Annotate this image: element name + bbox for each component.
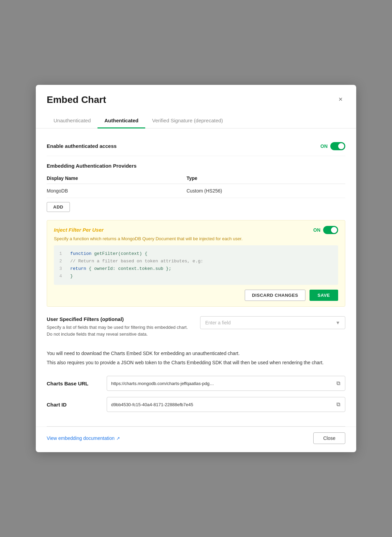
field-input-placeholder: Enter a field bbox=[205, 320, 231, 325]
tab-bar: Unauthenticated Authenticated Verified S… bbox=[36, 113, 356, 128]
charts-base-url-value-wrap: https://charts.mongodb.com/charts-jeffqa… bbox=[107, 376, 345, 391]
chart-id-label: Chart ID bbox=[47, 402, 101, 408]
close-button[interactable]: Close bbox=[313, 432, 345, 444]
code-editor[interactable]: 1 function getFilter(context) { 2 // Ret… bbox=[54, 245, 338, 285]
provider-type: Custom (HS256) bbox=[186, 184, 345, 198]
sdk-info-line1: You will need to download the Charts Emb… bbox=[47, 350, 345, 357]
discard-changes-button[interactable]: DISCARD CHANGES bbox=[245, 290, 305, 301]
code-text-1: function getFilter(context) { bbox=[70, 250, 147, 258]
code-line-3: 3 return { ownerId: context.token.sub }; bbox=[59, 265, 333, 273]
line-num-2: 2 bbox=[59, 258, 65, 265]
tab-verified-signature[interactable]: Verified Signature (deprecated) bbox=[145, 113, 230, 128]
user-filters-title: User Specified Filters (optional) bbox=[47, 316, 192, 322]
chart-id-value: d9bb4530-fc15-40a4-8171-22888efb7e45 bbox=[111, 402, 333, 407]
authenticated-access-row: Enable authenticated access ON bbox=[47, 137, 345, 156]
doc-link-text: View embedding documentation bbox=[47, 435, 115, 441]
modal-body: Enable authenticated access ON Embedding… bbox=[36, 128, 356, 426]
modal-footer: View embedding documentation ↗ Close bbox=[36, 427, 356, 452]
tab-authenticated[interactable]: Authenticated bbox=[97, 113, 145, 128]
code-text-3: return { ownerId: context.token.sub }; bbox=[70, 265, 171, 273]
line-num-3: 3 bbox=[59, 265, 65, 273]
authenticated-access-label: Enable authenticated access bbox=[47, 143, 117, 149]
inject-filter-header: Inject Filter Per User ON bbox=[54, 226, 338, 234]
charts-base-url-value: https://charts.mongodb.com/charts-jeffqa… bbox=[111, 381, 333, 386]
chart-id-value-wrap: d9bb4530-fc15-40a4-8171-22888efb7e45 ⧉ bbox=[107, 397, 345, 412]
close-icon-button[interactable]: × bbox=[336, 94, 345, 104]
chart-id-row: Chart ID d9bb4530-fc15-40a4-8171-22888ef… bbox=[47, 397, 345, 412]
user-filters-section: User Specified Filters (optional) Specif… bbox=[47, 316, 345, 337]
modal-header: Embed Chart × bbox=[36, 85, 356, 105]
line-num-1: 1 bbox=[59, 250, 65, 258]
field-input-wrap[interactable]: Enter a field ▼ bbox=[200, 316, 345, 329]
charts-base-url-copy-button[interactable]: ⧉ bbox=[336, 380, 341, 387]
user-filters-description: Specify a list of fields that may be use… bbox=[47, 324, 192, 337]
inject-toggle-label: ON bbox=[313, 227, 320, 233]
inject-filter-description: Specify a function which returns a Mongo… bbox=[54, 236, 338, 241]
charts-base-url-row: Charts Base URL https://charts.mongodb.c… bbox=[47, 376, 345, 391]
add-provider-button[interactable]: ADD bbox=[47, 202, 70, 212]
charts-base-url-label: Charts Base URL bbox=[47, 381, 101, 386]
chart-id-copy-button[interactable]: ⧉ bbox=[336, 401, 341, 408]
sdk-info: You will need to download the Charts Emb… bbox=[47, 347, 345, 366]
external-link-icon: ↗ bbox=[116, 436, 120, 441]
providers-section: Embedding Authentication Providers Displ… bbox=[47, 163, 345, 212]
save-button[interactable]: SAVE bbox=[310, 290, 338, 301]
code-text-4: } bbox=[70, 273, 73, 280]
col-display-name: Display Name bbox=[47, 173, 186, 184]
inject-filter-toggle[interactable] bbox=[323, 226, 338, 234]
providers-title: Embedding Authentication Providers bbox=[47, 163, 345, 169]
toggle-group[interactable]: ON bbox=[320, 142, 345, 150]
inject-toggle-group[interactable]: ON bbox=[313, 226, 338, 234]
embed-chart-modal: Embed Chart × Unauthenticated Authentica… bbox=[36, 85, 356, 452]
col-type: Type bbox=[186, 173, 345, 184]
code-line-4: 4 } bbox=[59, 273, 333, 280]
url-section: Charts Base URL https://charts.mongodb.c… bbox=[47, 376, 345, 412]
inject-filter-section: Inject Filter Per User ON Specify a func… bbox=[47, 220, 345, 307]
code-text-2: // Return a filter based on token attrib… bbox=[70, 258, 203, 265]
inject-actions: DISCARD CHANGES SAVE bbox=[54, 290, 338, 301]
code-line-1: 1 function getFilter(context) { bbox=[59, 250, 333, 258]
dropdown-arrow-icon: ▼ bbox=[335, 320, 340, 325]
doc-link[interactable]: View embedding documentation ↗ bbox=[47, 435, 120, 441]
inject-filter-title: Inject Filter Per User bbox=[54, 227, 104, 233]
toggle-on-label: ON bbox=[320, 143, 328, 149]
user-filters-left: User Specified Filters (optional) Specif… bbox=[47, 316, 192, 337]
tab-unauthenticated[interactable]: Unauthenticated bbox=[47, 113, 97, 128]
provider-name: MongoDB bbox=[47, 184, 186, 198]
line-num-4: 4 bbox=[59, 273, 65, 280]
authenticated-access-toggle[interactable] bbox=[330, 142, 345, 150]
field-input[interactable]: Enter a field ▼ bbox=[200, 316, 345, 329]
providers-table: Display Name Type MongoDB Custom (HS256) bbox=[47, 173, 345, 198]
modal-title: Embed Chart bbox=[47, 94, 106, 105]
table-row: MongoDB Custom (HS256) bbox=[47, 184, 345, 198]
code-line-2: 2 // Return a filter based on token attr… bbox=[59, 258, 333, 265]
sdk-info-line2: This also requires you to provide a JSON… bbox=[47, 359, 345, 366]
